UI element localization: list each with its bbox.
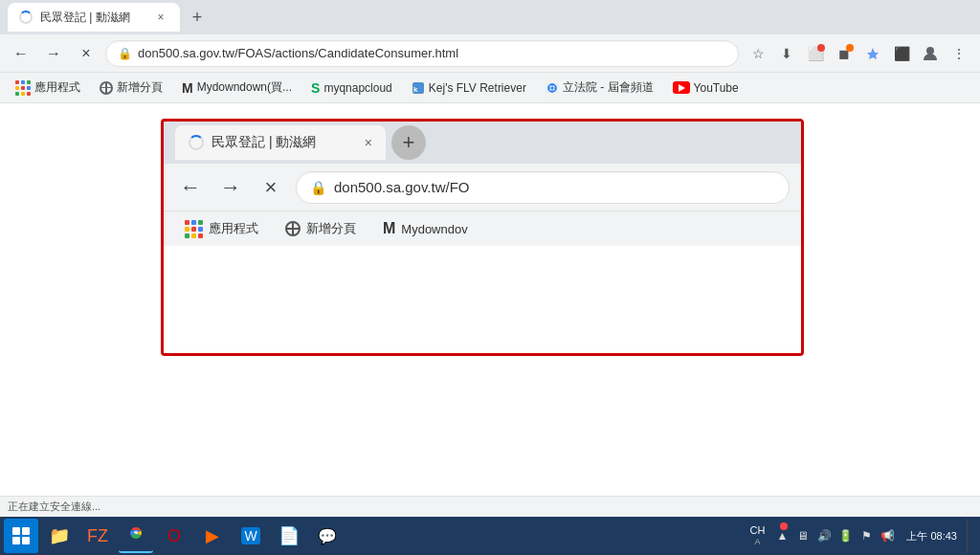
lang-text: CH xyxy=(750,523,766,537)
red-icon-button[interactable]: ◼ xyxy=(831,40,858,67)
svg-rect-7 xyxy=(12,527,20,535)
notification-dot xyxy=(817,44,825,52)
nav-actions: ☆ ⬇ ⬜ ◼ ⬛ ⋮ xyxy=(745,40,972,67)
lock-icon: 🔒 xyxy=(118,47,132,60)
line-button[interactable]: 💬 xyxy=(310,519,345,553)
bookmark-kej[interactable]: k Kej's FLV Retriever xyxy=(404,78,534,99)
download-button[interactable]: ⬇ xyxy=(773,40,800,67)
inner-bookmark-bar: 應用程式 新增分頁 M Mydowndov xyxy=(164,211,801,246)
bookmark-kej-label: Kej's FLV Retriever xyxy=(429,81,526,95)
qnap-icon: S xyxy=(311,80,320,96)
bookmark-legislature-label: 立法院 - 屆會頻道 xyxy=(563,79,654,96)
inner-tab-close-button[interactable]: × xyxy=(365,135,372,150)
bookmark-apps-label: 應用程式 xyxy=(34,79,80,96)
star-button[interactable]: ☆ xyxy=(745,40,771,67)
inner-globe-icon xyxy=(285,221,301,236)
media-icon: ▶ xyxy=(206,525,219,546)
bookmark-bar: 應用程式 新增分頁 M Mydowndown(買... S myqnapclou… xyxy=(0,73,980,103)
reload-close-button[interactable]: × xyxy=(73,40,100,67)
inner-m-icon: M xyxy=(383,220,395,237)
volume-icon[interactable]: 🔊 xyxy=(814,519,834,553)
main-content: 民眾登記 | 動滋網 × + ← → × 🔒 don500.sa.gov.tw/… xyxy=(0,103,980,496)
new-tab-button[interactable]: + xyxy=(184,4,211,31)
tab-title: 民眾登記 | 動滋網 xyxy=(40,10,145,26)
network-icon[interactable]: 🖥 xyxy=(793,519,813,553)
tab-close-button[interactable]: × xyxy=(153,10,168,25)
bookmark-qnap[interactable]: S myqnapcloud xyxy=(303,77,400,100)
inner-active-tab[interactable]: 民眾登記 | 動滋網 × xyxy=(175,125,386,160)
speaker-icon[interactable]: 📢 xyxy=(878,519,897,553)
explorer-button[interactable]: 📁 xyxy=(42,519,77,553)
inner-bookmark-m[interactable]: M Mydowndov xyxy=(373,216,478,241)
back-button[interactable]: ← xyxy=(8,40,34,67)
clock[interactable]: 上午 08:43 xyxy=(901,529,963,543)
active-tab[interactable]: 民眾登記 | 動滋網 × xyxy=(8,3,180,32)
svg-rect-10 xyxy=(22,537,30,544)
bookmark-newtab[interactable]: 新增分頁 xyxy=(92,76,170,100)
svg-rect-9 xyxy=(12,537,20,544)
status-text: 正在建立安全連線... xyxy=(8,500,100,514)
opera-button[interactable]: O xyxy=(157,519,191,553)
inner-apps-icon xyxy=(185,220,203,238)
bookmark-youtube[interactable]: YouTube xyxy=(665,78,746,99)
tab-spinner xyxy=(19,11,33,24)
app1-icon: W xyxy=(241,527,259,544)
orange-dot xyxy=(846,44,854,52)
bookmark-apps[interactable]: 應用程式 xyxy=(8,76,88,100)
bookmark-qnap-label: myqnapcloud xyxy=(323,81,391,95)
chrome-icon xyxy=(126,523,145,547)
notifications-icon[interactable]: ▲ xyxy=(772,519,791,553)
bookmark-mydowndown[interactable]: M Mydowndown(買... xyxy=(174,76,300,100)
chrome-button[interactable] xyxy=(119,519,153,553)
inner-nav-bar: ← → × 🔒 don500.sa.gov.tw/FO xyxy=(164,164,801,211)
bookmark-mydowndown-label: Mydowndown(買... xyxy=(197,79,292,96)
inner-back-button[interactable]: ← xyxy=(175,175,206,200)
inner-bookmark-apps[interactable]: 應用程式 xyxy=(175,216,268,242)
inner-content-area xyxy=(164,246,801,353)
taskbar-right: CH A ▲ 🖥 🔊 🔋 ⚑ 📢 上午 08:43 xyxy=(746,519,976,553)
filezilla-button[interactable]: FZ xyxy=(80,519,115,553)
app1-button[interactable]: W xyxy=(234,519,268,553)
media-button[interactable]: ▶ xyxy=(195,519,230,553)
apps-icon xyxy=(15,80,31,96)
extensions-button[interactable]: ⬛ xyxy=(888,40,915,67)
system-tray: ▲ 🖥 🔊 🔋 ⚑ 📢 xyxy=(772,519,897,553)
inner-new-tab-button[interactable]: + xyxy=(391,125,426,160)
inner-bookmark-newtab[interactable]: 新增分頁 xyxy=(276,216,366,241)
translate-button[interactable] xyxy=(859,40,886,67)
flag-icon[interactable]: ⚑ xyxy=(857,519,876,553)
explorer-icon: 📁 xyxy=(49,525,70,546)
inner-bookmark-newtab-label: 新增分頁 xyxy=(306,220,356,237)
show-desktop-button[interactable] xyxy=(967,519,972,553)
battery-icon[interactable]: 🔋 xyxy=(835,519,855,553)
tab-bar: 民眾登記 | 動滋網 × + xyxy=(0,0,980,34)
bookmark-youtube-label: YouTube xyxy=(694,81,739,95)
inner-bookmark-apps-label: 應用程式 xyxy=(209,220,258,237)
account-button[interactable] xyxy=(917,40,944,67)
inner-reload-close-button[interactable]: × xyxy=(256,175,286,200)
cast-button[interactable]: ⬜ xyxy=(802,40,829,67)
nav-bar: ← → × 🔒 don500.sa.gov.tw/FOAS/actions/Ca… xyxy=(0,34,980,73)
bookmark-legislature[interactable]: 立法院 - 屆會頻道 xyxy=(538,76,661,100)
menu-button[interactable]: ⋮ xyxy=(946,40,972,67)
clock-time: 上午 08:43 xyxy=(906,529,957,543)
address-bar[interactable]: 🔒 don500.sa.gov.tw/FOAS/actions/Candidat… xyxy=(105,40,739,67)
doc-button[interactable]: 📄 xyxy=(272,519,306,553)
kej-icon: k xyxy=(412,81,425,95)
inner-address-bar[interactable]: 🔒 don500.sa.gov.tw/FO xyxy=(296,171,790,204)
inner-forward-button[interactable]: → xyxy=(215,175,246,200)
status-bar: 正在建立安全連線... xyxy=(0,496,980,517)
inner-tab-bar: 民眾登記 | 動滋網 × + xyxy=(164,122,801,164)
inner-tab-spinner xyxy=(189,135,204,150)
filezilla-icon: FZ xyxy=(87,526,108,546)
inner-tab-title: 民眾登記 | 動滋網 xyxy=(212,134,316,151)
svg-point-0 xyxy=(926,47,934,55)
taskbar: 📁 FZ O ▶ xyxy=(0,517,980,555)
forward-button[interactable]: → xyxy=(40,40,67,67)
opera-icon: O xyxy=(167,526,181,546)
start-button[interactable] xyxy=(4,519,38,553)
language-indicator[interactable]: CH A xyxy=(746,523,769,548)
inner-address-text: don500.sa.gov.tw/FO xyxy=(334,179,469,195)
outer-browser: 民眾登記 | 動滋網 × + ← → × 🔒 don500.sa.gov.tw/… xyxy=(0,0,980,555)
legislature-icon xyxy=(546,81,559,95)
